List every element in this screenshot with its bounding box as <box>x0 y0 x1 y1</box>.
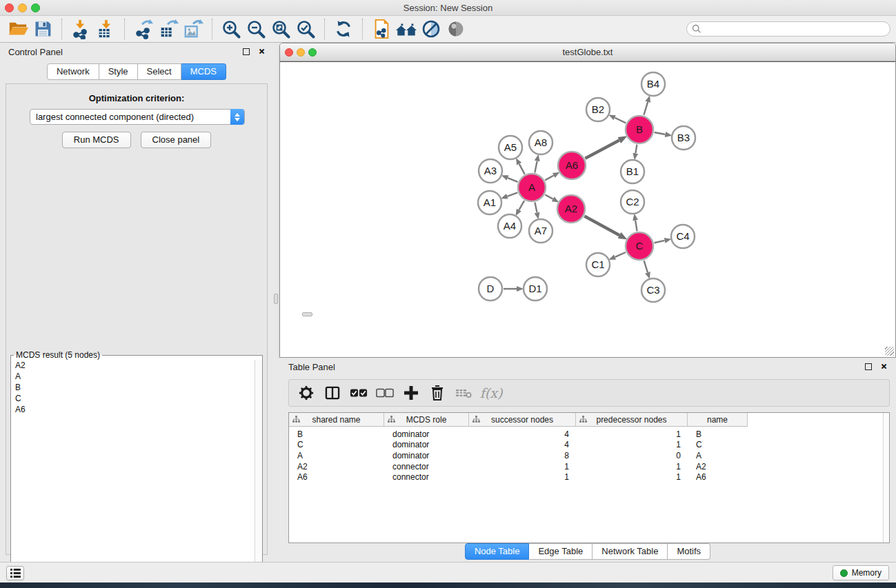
delete-table-icon[interactable] <box>452 381 475 405</box>
table-cell[interactable]: B <box>688 429 748 439</box>
tab-motifs[interactable]: Motifs <box>668 543 710 560</box>
table-cell[interactable]: B <box>289 429 384 439</box>
graph-edge-B-B4[interactable] <box>644 102 648 115</box>
graph-edge-A-A2[interactable] <box>545 195 552 199</box>
table-cell[interactable]: 8 <box>469 451 576 460</box>
horizontal-divider-handle[interactable] <box>302 312 312 316</box>
table-cell[interactable]: 0 <box>576 451 688 460</box>
table-cell[interactable]: C <box>289 440 384 449</box>
tab-style[interactable]: Style <box>99 63 138 80</box>
graph-edge-A-A8[interactable] <box>535 161 537 172</box>
graph-node-C3[interactable]: C3 <box>641 278 665 302</box>
graph-edge-B-B1[interactable] <box>635 145 637 154</box>
graph-node-A6[interactable]: A6 <box>558 152 586 179</box>
table-cell[interactable]: 1 <box>576 429 688 439</box>
node-table[interactable]: shared nameMCDS rolesuccessor nodesprede… <box>288 412 890 543</box>
table-cell[interactable]: A6 <box>289 472 384 482</box>
network-minimize-button[interactable] <box>297 48 305 57</box>
graph-edge-C-C1[interactable] <box>615 252 626 257</box>
table-cell[interactable]: A2 <box>688 462 748 472</box>
function-builder-icon[interactable]: f(x) <box>478 381 501 405</box>
mcds-result-list[interactable]: A2ABCA6 <box>11 360 262 587</box>
graph-edge-A-A3[interactable] <box>508 178 518 182</box>
export-network-icon[interactable] <box>131 17 156 41</box>
zoom-selected-icon[interactable] <box>293 17 318 41</box>
graph-node-C1[interactable]: C1 <box>586 253 610 276</box>
save-session-icon[interactable] <box>30 17 55 41</box>
graph-edge-A-A6[interactable] <box>545 175 553 180</box>
column-header-successor-nodes[interactable]: successor nodes <box>469 413 576 427</box>
graph-node-D1[interactable]: D1 <box>524 277 547 301</box>
table-cell[interactable]: C <box>688 440 748 449</box>
open-session-icon[interactable] <box>6 17 30 41</box>
import-network-icon[interactable] <box>68 17 93 41</box>
run-mcds-button[interactable]: Run MCDS <box>62 132 131 148</box>
result-item[interactable]: A2 <box>11 360 262 371</box>
graph-edge-A-A5[interactable] <box>519 164 525 174</box>
table-cell[interactable]: 4 <box>469 429 576 439</box>
result-item[interactable]: C <box>11 393 262 404</box>
graph-node-C2[interactable]: C2 <box>621 190 644 214</box>
delete-rows-icon[interactable] <box>426 381 449 405</box>
tab-network-table[interactable]: Network Table <box>593 543 668 560</box>
graph-node-A1[interactable]: A1 <box>478 191 501 214</box>
graph-node-A[interactable]: A <box>518 174 546 201</box>
table-cell[interactable]: 1 <box>576 472 688 482</box>
column-header-MCDS-role[interactable]: MCDS role <box>384 413 469 427</box>
graph-edge-A-A7[interactable] <box>535 203 537 213</box>
network-graph[interactable]: B4B2BB3A8A5A6A3B1AC2A1A2A4A7C4CC1DD1C3 <box>280 62 895 358</box>
graph-edge-B-B2[interactable] <box>615 118 626 123</box>
network-canvas[interactable]: B4B2BB3A8A5A6A3B1AC2A1A2A4A7C4CC1DD1C3 <box>280 61 895 357</box>
graph-node-B4[interactable]: B4 <box>641 72 665 96</box>
graph-node-B1[interactable]: B1 <box>621 160 644 183</box>
table-cell[interactable]: 1 <box>469 472 576 482</box>
table-scrollbar[interactable] <box>883 413 889 543</box>
table-cell[interactable]: A2 <box>289 462 384 472</box>
graph-node-B[interactable]: B <box>626 116 653 143</box>
graph-node-A8[interactable]: A8 <box>529 131 552 154</box>
duplicate-network-icon[interactable] <box>369 17 394 41</box>
table-row[interactable]: A6connector11A6 <box>289 472 889 483</box>
export-table-icon[interactable] <box>156 17 181 41</box>
refresh-layout-icon[interactable] <box>331 17 356 41</box>
window-resize-grip[interactable] <box>885 347 894 356</box>
divider-handle[interactable] <box>274 294 278 304</box>
graph-node-A2[interactable]: A2 <box>557 195 585 223</box>
import-table-icon[interactable] <box>93 17 118 41</box>
table-cell[interactable]: connector <box>384 472 469 482</box>
search-input[interactable] <box>705 24 885 34</box>
table-cell[interactable]: 4 <box>469 440 576 449</box>
zoom-out-icon[interactable] <box>243 17 268 41</box>
graph-edge-A-A4[interactable] <box>519 201 524 210</box>
table-row[interactable]: Cdominator41C <box>289 440 889 451</box>
zoom-in-icon[interactable] <box>219 17 243 41</box>
column-header-name[interactable]: name <box>688 413 748 427</box>
table-cell[interactable]: 1 <box>576 462 688 472</box>
tab-network[interactable]: Network <box>47 63 99 80</box>
zoom-fit-icon[interactable] <box>268 17 293 41</box>
result-item[interactable]: A6 <box>11 404 262 415</box>
graph-edge-A2-C[interactable] <box>584 216 619 236</box>
graph-node-D[interactable]: D <box>479 277 502 301</box>
close-panel-button[interactable]: Close panel <box>141 132 212 148</box>
panel-split-divider[interactable] <box>273 43 279 562</box>
graph-edge-A6-B[interactable] <box>585 140 619 158</box>
deselect-all-checkboxes-icon[interactable] <box>373 381 397 405</box>
table-cell[interactable]: 1 <box>469 462 576 472</box>
graph-node-A3[interactable]: A3 <box>479 159 502 183</box>
tab-edge-table[interactable]: Edge Table <box>529 543 593 560</box>
table-cell[interactable]: dominator <box>384 440 469 449</box>
add-row-icon[interactable] <box>399 381 423 405</box>
table-row[interactable]: Adominator80A <box>289 450 889 461</box>
graph-edge-C-C2[interactable] <box>635 221 637 232</box>
column-header-shared-name[interactable]: shared name <box>289 413 384 427</box>
result-item[interactable]: A <box>11 371 262 382</box>
result-item[interactable]: B <box>11 382 262 393</box>
home-nested-network-icon[interactable] <box>394 17 419 41</box>
float-table-panel-icon[interactable] <box>865 363 872 370</box>
network-close-button[interactable] <box>285 48 293 57</box>
tab-mcds[interactable]: MCDS <box>181 63 226 80</box>
float-panel-icon[interactable] <box>243 48 250 55</box>
close-table-panel-icon[interactable]: + <box>879 362 888 372</box>
memory-button[interactable]: Memory <box>833 565 889 580</box>
